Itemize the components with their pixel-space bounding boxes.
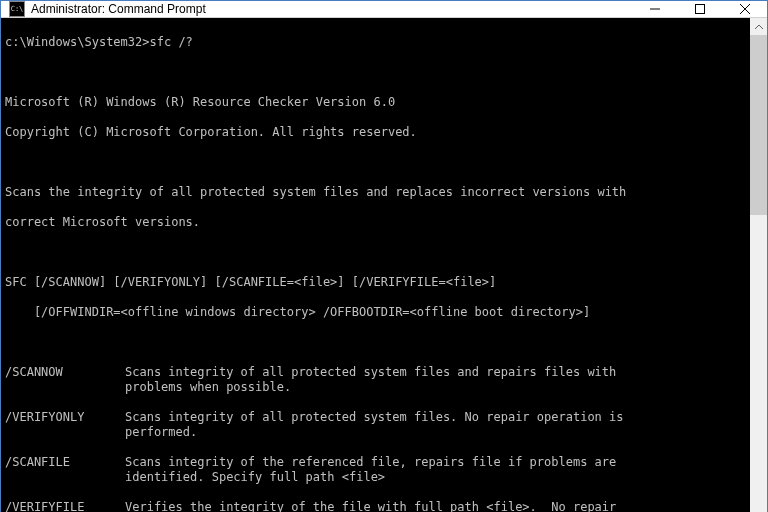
scroll-thumb[interactable] [750, 35, 767, 215]
maximize-icon [695, 4, 705, 14]
option-row: /VERIFYONLYScans integrity of all protec… [5, 410, 746, 440]
option-desc: Verifies the integrity of the file with … [125, 500, 746, 512]
output-line: correct Microsoft versions. [5, 215, 746, 230]
option-name: /SCANNOW [5, 365, 125, 395]
close-icon [740, 4, 750, 14]
app-icon: C:\ [9, 1, 25, 17]
option-desc: Scans integrity of the referenced file, … [125, 455, 746, 485]
option-row: /SCANFILEScans integrity of the referenc… [5, 455, 746, 485]
blank-line [5, 245, 746, 260]
chevron-up-icon [755, 25, 763, 29]
option-name: /SCANFILE [5, 455, 125, 485]
blank-line [5, 335, 746, 350]
output-line: [/OFFWINDIR=<offline windows directory> … [5, 305, 746, 320]
prompt-line: c:\Windows\System32>sfc /? [5, 35, 746, 50]
svg-rect-1 [695, 5, 704, 14]
output-line: SFC [/SCANNOW] [/VERIFYONLY] [/SCANFILE=… [5, 275, 746, 290]
output-line: Microsoft (R) Windows (R) Resource Check… [5, 95, 746, 110]
command-prompt-window: C:\ Administrator: Command Prompt c:\Win… [0, 0, 768, 512]
blank-line [5, 155, 746, 170]
option-desc: Scans integrity of all protected system … [125, 410, 746, 440]
option-name: /VERIFYFILE [5, 500, 125, 512]
option-row: /VERIFYFILEVerifies the integrity of the… [5, 500, 746, 512]
window-title: Administrator: Command Prompt [31, 2, 632, 16]
minimize-icon [650, 4, 660, 14]
window-controls [632, 1, 767, 17]
option-name: /VERIFYONLY [5, 410, 125, 440]
output-line: Scans the integrity of all protected sys… [5, 185, 746, 200]
minimize-button[interactable] [632, 1, 677, 17]
scroll-up-button[interactable] [750, 18, 767, 35]
option-row: /SCANNOWScans integrity of all protected… [5, 365, 746, 395]
scroll-track[interactable] [750, 35, 767, 512]
close-button[interactable] [722, 1, 767, 17]
terminal-output[interactable]: c:\Windows\System32>sfc /? Microsoft (R)… [1, 18, 750, 512]
maximize-button[interactable] [677, 1, 722, 17]
titlebar[interactable]: C:\ Administrator: Command Prompt [1, 1, 767, 18]
option-desc: Scans integrity of all protected system … [125, 365, 746, 395]
vertical-scrollbar[interactable] [750, 18, 767, 512]
output-line: Copyright (C) Microsoft Corporation. All… [5, 125, 746, 140]
client-area: c:\Windows\System32>sfc /? Microsoft (R)… [1, 18, 767, 512]
blank-line [5, 65, 746, 80]
